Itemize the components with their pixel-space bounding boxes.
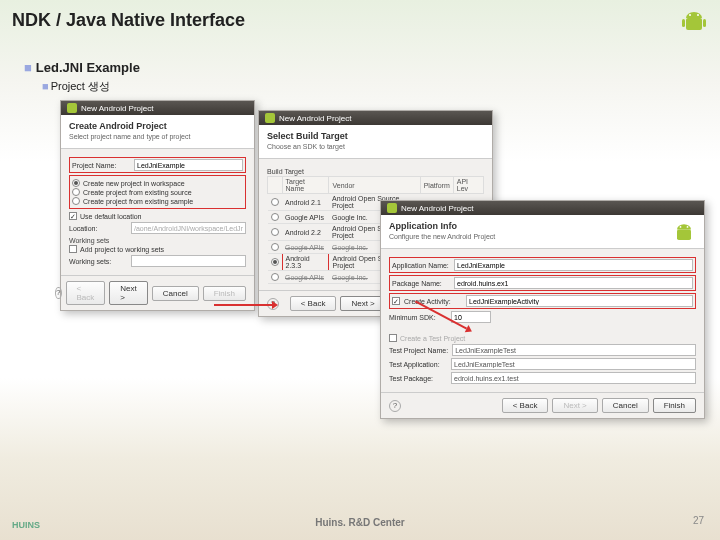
app-name-field: Application Name:: [389, 257, 696, 273]
window-title: New Android Project: [279, 114, 351, 123]
help-icon[interactable]: ?: [55, 287, 61, 299]
header-title: Application Info: [389, 221, 696, 231]
next-button[interactable]: Next >: [109, 281, 147, 305]
help-icon[interactable]: ?: [389, 400, 401, 412]
location-field: Location:: [69, 222, 246, 234]
test-proj-field: Test Project Name:: [389, 344, 696, 356]
back-button[interactable]: < Back: [502, 398, 549, 413]
col-api[interactable]: API Lev: [453, 177, 483, 194]
radio-existing-source[interactable]: Create project from existing source: [72, 188, 243, 196]
header-subtitle: Choose an SDK to target: [267, 143, 484, 150]
titlebar[interactable]: New Android Project: [381, 201, 704, 215]
project-type-group: Create new project in workspace Create p…: [69, 175, 246, 209]
check-default-location[interactable]: Use default location: [69, 212, 246, 220]
cancel-button[interactable]: Cancel: [602, 398, 649, 413]
window-title: New Android Project: [401, 204, 473, 213]
radio-label: Create project from existing source: [83, 189, 192, 196]
checkbox-icon: [389, 334, 397, 342]
test-proj-input: [452, 344, 696, 356]
check-label: Create a Test Project: [400, 335, 465, 342]
test-pkg-field: Test Package:: [389, 372, 696, 384]
test-app-field: Test Application:: [389, 358, 696, 370]
checkbox-icon: [69, 245, 77, 253]
android-icon: [678, 6, 710, 38]
window-icon: [265, 113, 275, 123]
radio-label: Create new project in workspace: [83, 180, 185, 187]
activity-input[interactable]: [466, 295, 693, 307]
build-target-label: Build Target: [267, 168, 484, 175]
col-name[interactable]: Target Name: [282, 177, 329, 194]
activity-label: Create Activity:: [404, 298, 462, 305]
next-button[interactable]: Next >: [340, 296, 385, 311]
dialog-header: Select Build Target Choose an SDK to tar…: [259, 125, 492, 159]
package-input[interactable]: [454, 277, 693, 289]
dialog-footer: ? < Back Next > Cancel Finish: [381, 392, 704, 418]
check-label: Add project to working sets: [80, 246, 164, 253]
checkbox-icon: [392, 297, 400, 305]
check-label: Use default location: [80, 213, 141, 220]
finish-button[interactable]: Finish: [203, 286, 246, 301]
back-button[interactable]: < Back: [290, 296, 337, 311]
checkbox-icon: [69, 212, 77, 220]
finish-button[interactable]: Finish: [653, 398, 696, 413]
dialog-body: Application Name: Package Name: Create A…: [381, 249, 704, 392]
radio-existing-sample[interactable]: Create project from existing sample: [72, 197, 243, 205]
svg-point-4: [697, 14, 699, 16]
bullet-2: ■Project 생성: [42, 79, 140, 94]
titlebar[interactable]: New Android Project: [259, 111, 492, 125]
radio-icon: [72, 179, 80, 187]
check-create-activity[interactable]: [392, 297, 400, 305]
header-title: Select Build Target: [267, 131, 484, 141]
header-subtitle: Configure the new Android Project: [389, 233, 696, 240]
svg-rect-2: [703, 19, 706, 27]
slide-title: NDK / Java Native Interface: [12, 10, 245, 31]
app-name-label: Application Name:: [392, 262, 450, 269]
cancel-button[interactable]: Cancel: [152, 286, 199, 301]
window-icon: [67, 103, 77, 113]
col-platform[interactable]: Platform: [420, 177, 453, 194]
svg-rect-1: [682, 19, 685, 27]
test-proj-label: Test Project Name:: [389, 347, 448, 354]
dialog-body: Project Name: Create new project in work…: [61, 149, 254, 275]
test-app-input: [451, 358, 696, 370]
dialog-header: Application Info Configure the new Andro…: [381, 215, 704, 249]
working-sets-field: Working sets:: [69, 255, 246, 267]
android-icon: [670, 219, 698, 247]
radio-new-project[interactable]: Create new project in workspace: [72, 179, 243, 187]
page-number: 27: [693, 515, 704, 526]
app-name-input[interactable]: [454, 259, 693, 271]
radio-icon: [72, 197, 80, 205]
project-name-field: Project Name:: [69, 157, 246, 173]
svg-rect-0: [686, 18, 702, 30]
svg-point-7: [687, 226, 689, 228]
content-area: ■Led.JNI Example ■Project 생성: [24, 60, 140, 94]
col-vendor[interactable]: Vendor: [329, 177, 420, 194]
bullet-1: ■Led.JNI Example: [24, 60, 140, 75]
window-icon: [387, 203, 397, 213]
ws-input: [131, 255, 246, 267]
next-button[interactable]: Next >: [552, 398, 597, 413]
activity-field: Create Activity:: [389, 293, 696, 309]
package-label: Package Name:: [392, 280, 450, 287]
red-arrow-icon: [214, 304, 272, 306]
test-pkg-input: [451, 372, 696, 384]
radio-label: Create project from existing sample: [83, 198, 193, 205]
project-name-label: Project Name:: [72, 162, 130, 169]
titlebar[interactable]: New Android Project: [61, 101, 254, 115]
footer-text: Huins. R&D Center: [0, 517, 720, 528]
ws-label: Working sets:: [69, 258, 127, 265]
check-add-working-set[interactable]: Add project to working sets: [69, 245, 246, 253]
dialog-create-project: New Android Project Create Android Proje…: [60, 100, 255, 311]
svg-point-6: [680, 226, 682, 228]
check-create-test[interactable]: Create a Test Project: [389, 334, 696, 342]
table-header: Target Name Vendor Platform API Lev: [268, 177, 484, 194]
svg-rect-5: [677, 230, 691, 241]
project-name-input[interactable]: [134, 159, 243, 171]
radio-icon: [72, 188, 80, 196]
package-field: Package Name:: [389, 275, 696, 291]
back-button[interactable]: < Back: [66, 281, 106, 305]
window-title: New Android Project: [81, 104, 153, 113]
minsdk-input[interactable]: [451, 311, 491, 323]
header-subtitle: Select project name and type of project: [69, 133, 246, 140]
test-pkg-label: Test Package:: [389, 375, 447, 382]
